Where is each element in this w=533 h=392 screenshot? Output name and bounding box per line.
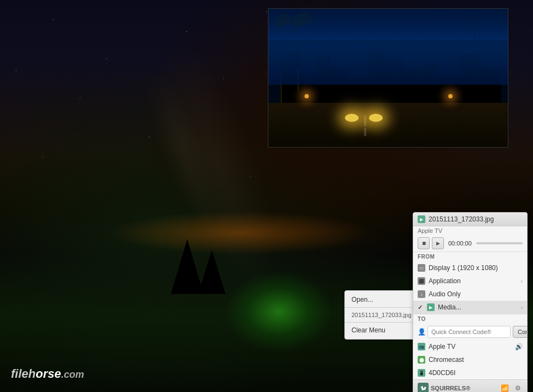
panel-footer: 🐿 SQUIRRELS® 📶 ⚙ [413, 379, 527, 392]
app-icon: ⬛ [418, 277, 425, 285]
connect-code-input[interactable] [427, 326, 511, 338]
filehorse-text-file: fileh [11, 367, 36, 381]
from-audio-only[interactable]: ♪ Audio Only [413, 288, 527, 301]
media-arrow: › [521, 305, 523, 311]
to-chromecast[interactable]: ⬤ Chromecast [413, 353, 527, 366]
from-application[interactable]: ⬛ Application › [413, 274, 527, 288]
monitor-icon: ▭ [418, 264, 425, 272]
stop-button[interactable]: ⏹ [418, 237, 430, 249]
squirrels-brand-text: SQUIRRELS® [431, 385, 470, 391]
panel-title: 20151113_172033.jpg [429, 215, 494, 223]
play-button[interactable]: ▶ [432, 237, 444, 249]
ctx-open[interactable]: Open... [345, 293, 415, 306]
filehorse-watermark: filehorse.com [11, 367, 84, 381]
media-label: Media... [438, 303, 518, 311]
connect-button[interactable]: Connect [513, 326, 528, 338]
chromecast-label: Chromecast [429, 356, 523, 364]
file-type-icon: ▶ [418, 215, 425, 223]
volume-icon: 🔊 [515, 343, 523, 350]
device-icon: 📱 [418, 369, 425, 377]
media-icon: ▶ [427, 303, 435, 311]
context-menu: Open... 20151113_172033.jpg Clear Menu [344, 290, 415, 340]
tree-2 [198, 250, 226, 294]
person-icon: 👤 [418, 328, 425, 336]
trees-silhouette [160, 229, 242, 294]
main-panel: ▶ 20151113_172033.jpg Apple TV ⏹ ▶ 00:00… [413, 212, 528, 392]
preview-image [268, 8, 508, 148]
apple-tv-icon: 📺 [418, 343, 425, 350]
media-check: ✓ [418, 304, 423, 311]
time-display: 00:00:00 [448, 240, 472, 247]
ctx-clear[interactable]: Clear Menu [345, 324, 415, 337]
audio-icon: ♪ [418, 290, 425, 298]
squirrel-icon: 🐿 [418, 383, 429, 392]
to-section-header: TO [413, 314, 527, 324]
chromecast-icon: ⬤ [418, 356, 425, 364]
audio-only-label: Audio Only [429, 290, 523, 298]
application-arrow: › [521, 278, 523, 284]
panel-subtitle: Apple TV [413, 226, 527, 235]
filehorse-text-horse: orse [36, 367, 61, 381]
progress-bar[interactable] [476, 242, 523, 244]
device-4d0-label: 4D0CD6I [429, 369, 523, 377]
from-media[interactable]: ✓ ▶ Media... › [413, 301, 527, 314]
playback-controls: ⏹ ▶ 00:00:00 [413, 235, 527, 252]
to-section: TO 👤 Connect 📺 Apple TV 🔊 ⬤ Chromecast 📱… [413, 314, 527, 379]
squirrels-brand: 🐿 SQUIRRELS® [418, 383, 470, 392]
tree-1 [171, 239, 204, 294]
application-label: Application [429, 277, 518, 285]
signal-icon[interactable]: 📶 [500, 383, 509, 392]
ctx-separator-2 [345, 322, 415, 323]
from-display1[interactable]: ▭ Display 1 (1920 x 1080) [413, 261, 527, 274]
display1-label: Display 1 (1920 x 1080) [429, 264, 523, 272]
apple-tv-label: Apple TV [429, 343, 512, 350]
filehorse-text-com: .com [61, 369, 84, 380]
ctx-filename[interactable]: 20151113_172033.jpg [345, 309, 415, 321]
quick-connect: 👤 Connect [413, 324, 527, 340]
panel-header: ▶ 20151113_172033.jpg [413, 213, 527, 226]
from-section-header: FROM [413, 252, 527, 261]
to-apple-tv[interactable]: 📺 Apple TV 🔊 [413, 340, 527, 353]
to-device-4d0[interactable]: 📱 4D0CD6I [413, 366, 527, 379]
footer-icons: 📶 ⚙ [500, 383, 523, 392]
settings-icon[interactable]: ⚙ [513, 383, 523, 392]
ctx-separator-1 [345, 307, 415, 308]
